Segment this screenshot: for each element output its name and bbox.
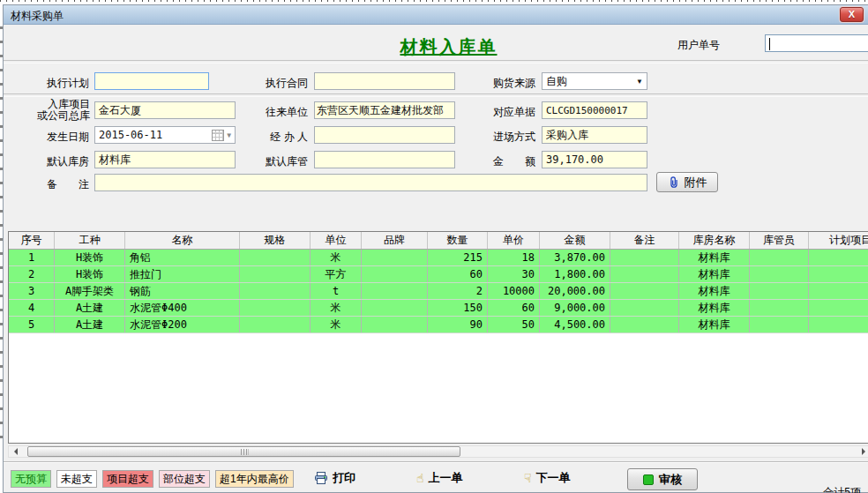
table-cell[interactable]: H装饰 [55,266,125,282]
table-cell[interactable] [610,266,679,282]
prev-order-button[interactable]: ☝ 上一单 [416,470,463,486]
column-header[interactable]: 单价 [488,232,540,249]
table-cell[interactable]: 钢筋 [125,283,240,299]
table-cell[interactable]: 1 [9,250,55,265]
table-cell[interactable]: 60 [488,300,540,316]
table-cell[interactable] [610,283,679,299]
table-cell[interactable] [362,317,428,332]
default-keeper-input[interactable] [314,151,455,168]
table-cell[interactable]: 1,800.00 [540,266,610,282]
table-cell[interactable]: 水泥管Φ400 [125,300,240,316]
table-cell[interactable]: 平方 [311,266,362,282]
table-cell[interactable]: 材料库 [679,283,750,299]
table-cell[interactable]: A土建 [55,317,125,332]
table-cell[interactable]: 30 [488,266,540,282]
column-header[interactable]: 库管员 [750,232,809,249]
table-cell[interactable] [809,266,868,282]
project-warehouse-input[interactable] [94,101,236,119]
table-cell[interactable]: 材料库 [679,317,750,332]
table-cell[interactable] [809,300,868,316]
table-cell[interactable]: 米 [311,300,362,316]
column-header[interactable]: 备注 [610,232,679,249]
table-cell[interactable] [362,266,428,282]
table-cell[interactable]: 4 [9,300,55,316]
table-cell[interactable] [610,250,679,265]
print-button[interactable]: 打印 [314,470,355,486]
table-cell[interactable]: 150 [428,300,488,316]
table-cell[interactable]: A脚手架类 [55,283,125,299]
table-cell[interactable] [750,283,809,299]
hscrollbar-thumb[interactable] [27,446,460,457]
table-cell[interactable]: 米 [311,317,362,332]
table-cell[interactable]: 水泥管Φ200 [125,317,240,332]
table-cell[interactable]: 2 [428,283,488,299]
hscrollbar-right-arrow[interactable] [857,446,868,457]
column-header[interactable]: 名称 [125,232,240,249]
table-cell[interactable] [362,250,428,265]
table-cell[interactable]: 角铝 [125,250,240,265]
hscrollbar-track[interactable] [8,445,868,458]
table-cell[interactable] [750,266,809,282]
audit-button[interactable]: 审核 [627,468,698,490]
corresponding-doc-input[interactable] [542,101,647,119]
table-cell[interactable]: 90 [428,317,488,332]
table-cell[interactable]: 推拉门 [125,266,240,282]
table-row[interactable]: 2H装饰推拉门平方60301,800.00材料库 [9,266,868,283]
table-row[interactable]: 5A土建水泥管Φ200米90504,500.00材料库 [9,317,868,333]
table-row[interactable]: 3A脚手架类钢筋t21000020,000.00材料库 [9,283,868,300]
table-cell[interactable]: 3 [9,283,55,299]
table-cell[interactable]: 5 [9,317,55,332]
remark-input[interactable] [94,174,647,191]
column-header[interactable]: 库房名称 [679,232,750,249]
column-header[interactable]: 序号 [9,232,55,249]
column-header[interactable]: 规格 [240,232,311,249]
table-cell[interactable] [362,283,428,299]
table-cell[interactable] [240,317,311,332]
table-cell[interactable] [809,317,868,332]
table-cell[interactable]: 2 [9,266,55,282]
table-row[interactable]: 1H装饰角铝米215183,870.00材料库 [9,250,868,266]
table-cell[interactable] [809,283,868,299]
table-cell[interactable]: 18 [488,250,540,265]
table-cell[interactable] [610,300,679,316]
next-order-button[interactable]: ☟ 下一单 [524,470,571,486]
table-cell[interactable]: t [311,283,362,299]
column-header[interactable]: 品牌 [362,232,428,249]
table-cell[interactable]: H装饰 [55,250,125,265]
table-cell[interactable]: 9,000.00 [540,300,610,316]
table-cell[interactable] [750,317,809,332]
table-cell[interactable] [240,283,311,299]
table-cell[interactable]: 10000 [488,283,540,299]
table-cell[interactable]: 215 [428,250,488,265]
column-header[interactable]: 计划项目 [809,232,868,249]
table-cell[interactable]: 50 [488,317,540,332]
counterparty-input[interactable] [314,101,455,119]
table-cell[interactable]: 米 [311,250,362,265]
table-cell[interactable] [240,250,311,265]
entry-method-input[interactable] [542,126,647,144]
column-header[interactable]: 工种 [55,232,125,249]
default-warehouse-input[interactable] [94,151,236,168]
column-header[interactable]: 单位 [311,232,362,249]
chevron-down-icon[interactable]: ▼ [227,131,231,139]
table-cell[interactable] [809,250,868,265]
user-no-input[interactable] [765,34,868,52]
hscrollbar-left-arrow[interactable] [9,446,23,457]
table-cell[interactable] [362,300,428,316]
table-cell[interactable]: 材料库 [679,250,750,265]
table-cell[interactable]: 4,500.00 [540,317,610,332]
exec-contract-input[interactable] [314,72,455,90]
table-row[interactable]: 4A土建水泥管Φ400米150609,000.00材料库 [9,300,868,317]
table-cell[interactable] [240,300,311,316]
table-cell[interactable]: A土建 [55,300,125,316]
occur-date-input[interactable]: 2015-06-11 ▼ [94,126,236,144]
table-cell[interactable]: 3,870.00 [540,250,610,265]
attachment-button[interactable]: 附件 [656,172,718,192]
table-cell[interactable] [610,317,679,332]
table-cell[interactable]: 20,000.00 [540,283,610,299]
table-cell[interactable] [750,250,809,265]
exec-plan-input[interactable] [94,72,209,90]
column-header[interactable]: 数量 [428,232,488,249]
dialog-titlebar[interactable]: 材料采购单 X [4,5,868,25]
handler-input[interactable] [314,126,455,144]
